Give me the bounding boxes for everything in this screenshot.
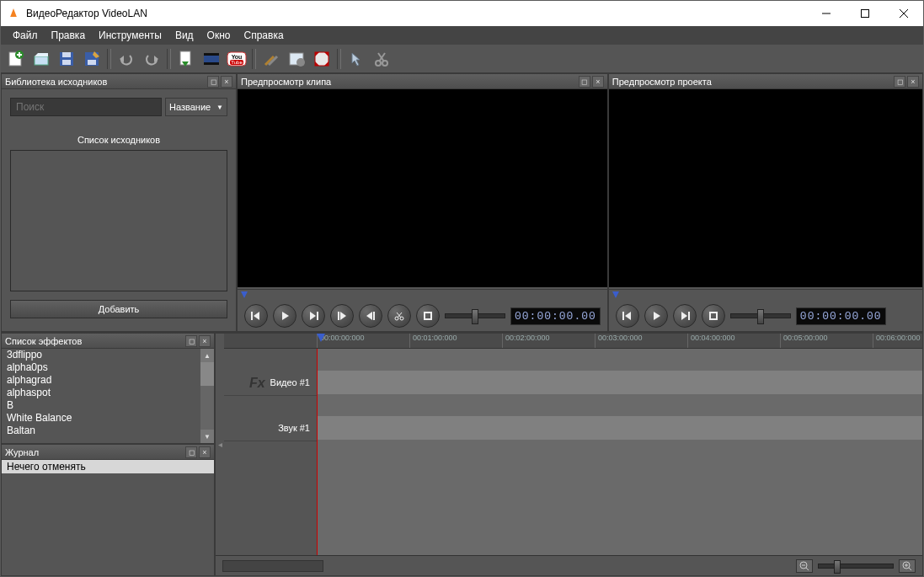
next-button[interactable] [302, 304, 325, 328]
menu-edit[interactable]: Правка [45, 26, 93, 45]
list-item[interactable]: alphaspot [2, 387, 214, 399]
next-button[interactable] [673, 304, 697, 328]
toolbar-undo-button[interactable] [115, 47, 138, 71]
play-button[interactable] [644, 304, 668, 328]
library-panel-title: Библиотека исходников [5, 77, 206, 87]
timeline-footer [216, 555, 922, 575]
video-track-label[interactable]: Видео #1 [224, 369, 317, 396]
svg-marker-45 [310, 312, 316, 320]
svg-rect-61 [688, 312, 690, 320]
panel-float-icon[interactable]: ◻ [207, 76, 219, 88]
library-search-input[interactable] [10, 98, 162, 116]
prev-button[interactable] [616, 304, 639, 328]
effects-scrollbar[interactable]: ▲ ▼ [200, 349, 214, 443]
clip-preview-scrubber[interactable] [238, 289, 607, 301]
timeline-collapse-handle[interactable]: ◂ [216, 334, 224, 555]
zoom-slider[interactable] [818, 564, 894, 569]
scroll-thumb[interactable] [200, 362, 214, 386]
list-item[interactable]: B [2, 399, 214, 412]
svg-rect-3 [862, 10, 869, 18]
panel-close-icon[interactable]: × [592, 76, 604, 88]
panel-float-icon[interactable]: ◻ [579, 76, 590, 88]
ruler-tick: 00:03:00:000 [595, 334, 643, 348]
toolbar-project-settings-button[interactable] [285, 47, 308, 71]
toolbar-import-media-button[interactable] [200, 47, 223, 71]
zoom-in-button[interactable] [899, 559, 916, 573]
panel-float-icon[interactable]: ◻ [894, 76, 905, 88]
toolbar-import-file-button[interactable] [174, 47, 198, 71]
panel-close-icon[interactable]: × [907, 76, 919, 88]
panel-close-icon[interactable]: × [221, 76, 232, 88]
list-item[interactable]: 3dflippo [2, 349, 214, 361]
prev-button[interactable] [244, 304, 268, 328]
library-sort-dropdown[interactable]: Название ▼ [165, 98, 227, 116]
toolbar-save-button[interactable] [55, 47, 78, 71]
list-item[interactable]: alphagrad [2, 374, 214, 387]
list-item[interactable]: alpha0ps [2, 361, 214, 374]
toolbar-saveas-button[interactable] [80, 47, 104, 71]
menu-tools[interactable]: Инструменты [92, 26, 168, 45]
menu-view[interactable]: Вид [168, 26, 200, 45]
list-item[interactable]: White Balance [2, 412, 214, 425]
svg-rect-55 [425, 313, 431, 319]
scrubber-marker-icon[interactable] [241, 291, 248, 300]
journal-list[interactable]: Нечего отменять [2, 460, 214, 575]
clip-timecode: 00:00:00.00 [510, 307, 601, 325]
window-maximize-button[interactable] [846, 1, 884, 26]
toolbar-preferences-button[interactable] [259, 47, 283, 71]
menu-file[interactable]: Файл [6, 26, 45, 45]
scroll-down-icon[interactable]: ▼ [200, 430, 214, 443]
effects-panel-header[interactable]: Список эффектов ◻ × [2, 334, 214, 349]
journal-panel-title: Журнал [5, 447, 184, 457]
stop-button[interactable] [416, 304, 440, 328]
panel-float-icon[interactable]: ◻ [185, 446, 197, 458]
clip-volume-slider[interactable] [445, 313, 505, 318]
playhead-icon[interactable] [317, 334, 325, 345]
play-button[interactable] [273, 304, 296, 328]
panel-close-icon[interactable]: × [199, 446, 211, 458]
toolbar-open-button[interactable] [29, 47, 53, 71]
playhead-line[interactable] [317, 349, 318, 555]
svg-rect-10 [35, 56, 48, 65]
scrubber-marker-icon[interactable] [612, 291, 619, 300]
window-minimize-button[interactable] [807, 1, 846, 26]
library-add-button[interactable]: Добавить [10, 300, 227, 318]
clip-preview-header[interactable]: Предпросмотр клипа ◻ × [238, 74, 607, 89]
menu-window[interactable]: Окно [200, 26, 238, 45]
track-area[interactable] [317, 349, 922, 555]
project-preview-header[interactable]: Предпросмотр проекта ◻ × [609, 74, 922, 89]
toolbar-fullscreen-button[interactable] [310, 47, 334, 71]
journal-panel-header[interactable]: Журнал ◻ × [2, 445, 214, 460]
zoom-out-button[interactable] [796, 559, 813, 573]
project-volume-slider[interactable] [730, 313, 791, 318]
mark-in-button[interactable] [330, 304, 354, 328]
audio-track-lane[interactable] [317, 416, 922, 440]
window-close-button[interactable] [884, 1, 923, 26]
clip-preview-panel: Предпросмотр клипа ◻ × 00:00:00.00 [237, 73, 608, 332]
library-source-list[interactable] [10, 150, 227, 291]
panel-close-icon[interactable]: × [199, 335, 211, 347]
project-preview-scrubber[interactable] [609, 289, 922, 301]
toolbar-youtube-button[interactable]: YouTube [225, 47, 248, 71]
list-item[interactable]: Baltan [2, 425, 214, 437]
project-preview-panel: Предпросмотр проекта ◻ × 00:00:00.00 [608, 73, 923, 332]
effects-list[interactable]: 3dflippo alpha0ps alphagrad alphaspot B … [2, 349, 214, 443]
stop-button[interactable] [702, 304, 725, 328]
mark-out-button[interactable] [359, 304, 382, 328]
toolbar-cut-button[interactable] [370, 47, 393, 71]
video-track-lane[interactable] [317, 371, 922, 394]
timeline-hscrollbar[interactable] [222, 560, 323, 572]
audio-track-label[interactable]: Звук #1 [224, 414, 317, 441]
scroll-up-icon[interactable]: ▲ [200, 349, 214, 362]
split-button[interactable] [387, 304, 411, 328]
library-panel-header[interactable]: Библиотека исходников ◻ × [2, 74, 236, 89]
svg-rect-23 [204, 62, 219, 65]
toolbar-redo-button[interactable] [140, 47, 163, 71]
timeline-ruler[interactable]: 00:00:00:000 00:01:00:000 00:02:00:000 0… [224, 334, 922, 349]
list-item[interactable]: Нечего отменять [2, 460, 214, 473]
menu-help[interactable]: Справка [238, 26, 291, 45]
toolbar-pointer-button[interactable] [344, 47, 368, 71]
toolbar-new-button[interactable] [4, 47, 28, 71]
project-preview-title: Предпросмотр проекта [612, 77, 892, 87]
panel-float-icon[interactable]: ◻ [185, 335, 197, 347]
